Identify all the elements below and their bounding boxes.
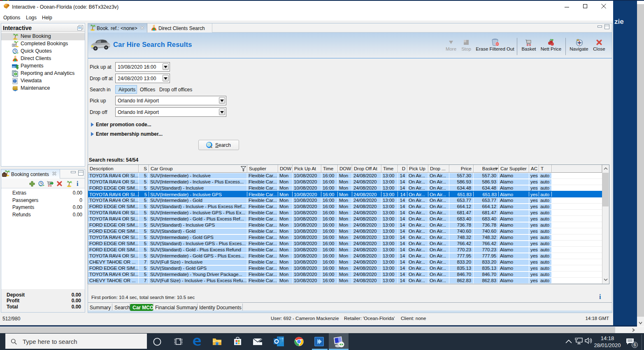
svg-text:$: $ <box>16 64 19 70</box>
